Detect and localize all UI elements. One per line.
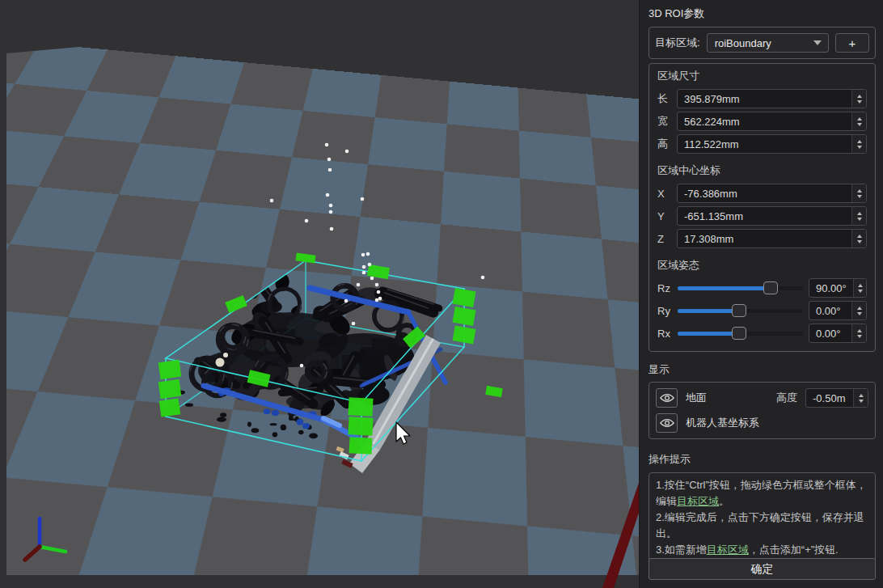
x-label: X <box>657 188 671 200</box>
ground-visibility-row: 地面 高度 -0.50m <box>656 388 868 408</box>
spin-up-icon[interactable] <box>857 95 862 98</box>
center-x-value: -76.386mm <box>678 184 851 202</box>
spin-up-icon[interactable] <box>857 235 862 238</box>
spin-up-icon[interactable] <box>859 394 864 397</box>
spin-up-icon[interactable] <box>857 117 862 121</box>
ry-spinner-buttons[interactable] <box>851 302 866 319</box>
rx-slider-handle[interactable] <box>732 327 746 340</box>
rx-label: Rx <box>657 328 672 340</box>
target-region-link[interactable]: 目标区域 <box>677 495 719 507</box>
tips-group: 1.按住“Ctrl”按钮，拖动绿色方框或整个框体，编辑目标区域。 2.编辑完成后… <box>649 472 876 563</box>
length-input[interactable]: 395.879mm <box>677 89 867 108</box>
spin-down-icon[interactable] <box>857 146 862 149</box>
target-region-label: 目标区域: <box>655 36 700 50</box>
size-section-header: 区域尺寸 <box>657 69 867 83</box>
center-section-header: 区域中心坐标 <box>657 163 867 178</box>
roi-handle[interactable] <box>158 360 182 379</box>
width-input[interactable]: 562.224mm <box>677 112 867 131</box>
robot-frame-label: 机器人基坐标系 <box>686 416 759 430</box>
spin-up-icon[interactable] <box>858 284 863 287</box>
viewport-3d[interactable] <box>0 0 639 588</box>
ground-height-input[interactable]: -0.50m <box>805 388 868 408</box>
ry-value-input[interactable]: 0.00° <box>809 301 867 320</box>
spin-down-icon[interactable] <box>857 240 862 243</box>
slider-fill <box>678 286 771 290</box>
y-spinner-buttons[interactable] <box>851 207 866 225</box>
width-spinner-buttons[interactable] <box>851 112 866 130</box>
roi-handle[interactable] <box>367 264 390 279</box>
x-spinner-buttons[interactable] <box>851 184 866 202</box>
slider-track[interactable] <box>678 286 803 290</box>
roi-handle[interactable] <box>453 325 476 344</box>
spin-down-icon[interactable] <box>857 195 862 198</box>
ry-slider-handle[interactable] <box>732 304 746 317</box>
spin-down-icon[interactable] <box>857 312 862 315</box>
spin-down-icon[interactable] <box>857 100 862 104</box>
roi-handle[interactable] <box>452 288 475 307</box>
target-region-link[interactable]: 目标区域 <box>707 544 749 556</box>
rz-spinner-buttons[interactable] <box>853 279 867 297</box>
tip-text: 2.编辑完成后，点击下方确定按钮，保存并退出。 <box>656 511 864 539</box>
roi-handle[interactable] <box>348 397 373 417</box>
roi-handle[interactable] <box>158 379 182 399</box>
rz-slider-handle[interactable] <box>763 281 778 294</box>
add-region-button[interactable]: + <box>835 33 869 53</box>
display-group: 地面 高度 -0.50m 机器人基坐标系 <box>649 382 876 439</box>
spin-up-icon[interactable] <box>857 140 862 143</box>
app-window: 3D ROI参数 目标区域: roiBoundary + 区域尺寸 长 395.… <box>0 0 883 588</box>
mouse-cursor <box>396 422 410 444</box>
center-z-value: 17.308mm <box>678 230 851 247</box>
spin-up-icon[interactable] <box>857 307 862 310</box>
tip-line-1: 1.按住“Ctrl”按钮，拖动绿色方框或整个框体，编辑目标区域。 <box>656 477 868 510</box>
rx-value: 0.00° <box>809 324 851 342</box>
roi-handle[interactable] <box>349 437 372 454</box>
length-label: 长 <box>657 91 671 106</box>
center-y-input[interactable]: -651.135mm <box>677 206 867 226</box>
center-y-value: -651.135mm <box>678 207 851 225</box>
display-section-header: 显示 <box>649 362 876 377</box>
spin-up-icon[interactable] <box>857 329 862 332</box>
length-row: 长 395.879mm <box>657 89 867 108</box>
rz-value-input[interactable]: 90.00° <box>809 278 867 298</box>
roi-handle[interactable] <box>225 295 247 313</box>
ground-height-label: 高度 <box>776 391 797 405</box>
viewport-3d-scene[interactable] <box>0 0 639 588</box>
roi-handle[interactable] <box>348 417 373 436</box>
spin-down-icon[interactable] <box>857 335 862 338</box>
roi-handle[interactable] <box>452 307 475 326</box>
spin-up-icon[interactable] <box>857 189 862 192</box>
ry-slider[interactable] <box>678 303 803 318</box>
eye-icon <box>660 418 674 428</box>
rz-value: 90.00° <box>809 279 853 297</box>
rx-value-input[interactable]: 0.00° <box>809 324 867 343</box>
rx-slider[interactable] <box>678 326 803 341</box>
target-region-dropdown[interactable]: roiBoundary <box>707 33 829 53</box>
robot-frame-visibility-button[interactable] <box>656 413 678 433</box>
center-x-input[interactable]: -76.386mm <box>677 184 867 203</box>
spin-down-icon[interactable] <box>857 218 862 221</box>
roi-handle[interactable] <box>295 252 315 263</box>
roi-handle[interactable] <box>485 386 503 397</box>
spin-up-icon[interactable] <box>857 212 862 215</box>
target-region-value: roiBoundary <box>708 37 813 49</box>
height-spinner-buttons[interactable] <box>851 135 866 153</box>
confirm-button[interactable]: 确定 <box>649 558 876 580</box>
center-z-input[interactable]: 17.308mm <box>677 229 867 248</box>
roi-handle[interactable] <box>159 398 181 417</box>
tip-text: 3.如需新增 <box>656 544 707 556</box>
ry-row: Ry 0.00° <box>657 301 867 320</box>
z-spinner-buttons[interactable] <box>851 230 866 247</box>
rx-row: Rx 0.00° <box>657 324 867 343</box>
center-x-row: X -76.386mm <box>657 184 867 203</box>
spin-down-icon[interactable] <box>857 123 862 126</box>
spin-down-icon[interactable] <box>859 400 864 403</box>
rx-spinner-buttons[interactable] <box>851 324 866 342</box>
length-value: 395.879mm <box>678 90 851 108</box>
height-spinner-buttons[interactable] <box>853 389 868 407</box>
length-spinner-buttons[interactable] <box>851 90 866 108</box>
rz-slider[interactable] <box>678 281 803 295</box>
ground-visibility-button[interactable] <box>656 388 678 408</box>
spin-down-icon[interactable] <box>858 290 863 293</box>
height-input[interactable]: 112.522mm <box>677 134 867 154</box>
width-row: 宽 562.224mm <box>657 112 867 131</box>
